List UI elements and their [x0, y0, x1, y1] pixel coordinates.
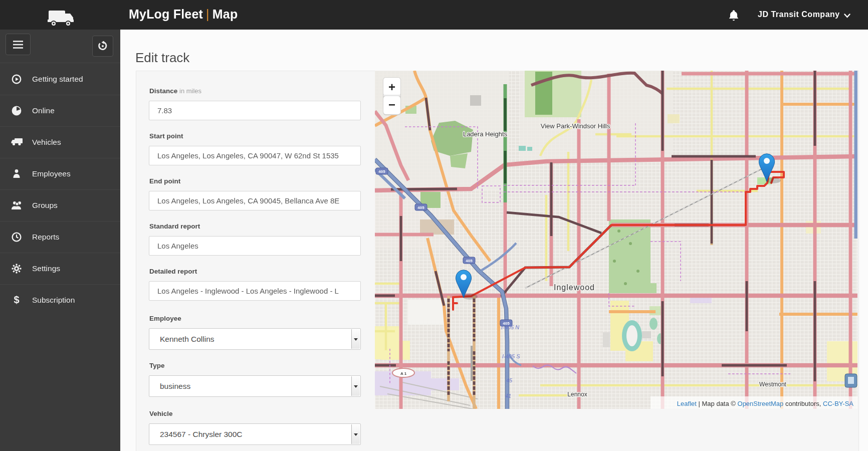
svg-text:405: 405 [417, 205, 424, 210]
svg-text:Inglewood: Inglewood [554, 283, 595, 292]
svg-text:Westmont: Westmont [759, 381, 786, 388]
svg-text:45: 45 [506, 377, 513, 383]
svg-text:−: − [388, 98, 395, 111]
svg-text:$: $ [14, 295, 19, 305]
svg-text:Ladera Heights: Ladera Heights [463, 130, 508, 138]
svg-text:Leaflet | Map data © OpenStree: Leaflet | Map data © OpenStreetMap contr… [677, 400, 853, 407]
svg-text:Lennox: Lennox [567, 391, 587, 398]
svg-text:A 1: A 1 [400, 371, 407, 376]
svg-text:I-405 N: I-405 N [501, 324, 519, 330]
svg-text:+: + [388, 80, 395, 94]
svg-text:405: 405 [466, 259, 473, 263]
svg-text:I-405 S: I-405 S [502, 353, 520, 359]
svg-text:View Park-Windsor Hills: View Park-Windsor Hills [541, 122, 610, 130]
svg-text:405: 405 [378, 169, 385, 174]
svg-text:41: 41 [505, 393, 511, 399]
